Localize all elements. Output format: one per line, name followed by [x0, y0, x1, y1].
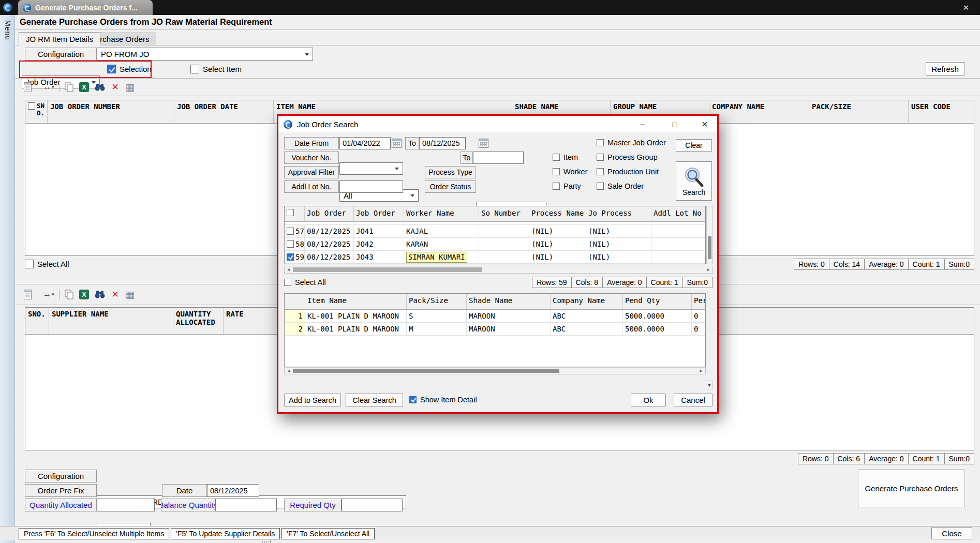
balance-quantity-input[interactable]	[215, 499, 277, 511]
copy-icon[interactable]	[64, 289, 75, 300]
refresh-button[interactable]: Refresh	[926, 62, 964, 76]
add-to-search-button[interactable]: Add to Search	[284, 394, 341, 406]
party-filter-row[interactable]: Party	[553, 182, 581, 190]
calendar-icon[interactable]	[392, 139, 402, 148]
clear-search-button[interactable]: Clear Search	[346, 394, 403, 406]
find-icon[interactable]	[94, 289, 106, 300]
required-qty-input[interactable]	[341, 499, 403, 511]
column-header-quantity-allocated[interactable]: QUANTITY ALLOCATED	[173, 308, 224, 334]
job-order-row-58[interactable]: 58 08/12/2025 JO42 KARAN (NIL) (NIL)	[285, 238, 705, 251]
column-header-item-name[interactable]: Item Name	[305, 294, 407, 309]
show-item-detail-row[interactable]: Show Item Detail	[409, 396, 477, 404]
column-header-addl-lot-no[interactable]: Addl Lot No	[651, 206, 705, 221]
column-header-jo-process[interactable]: Jo Process	[586, 206, 651, 221]
horizontal-scrollbar[interactable]: ◄ ►	[284, 266, 713, 274]
column-header-rate[interactable]: RATE	[224, 308, 274, 334]
column-header-company-name[interactable]: COMPANY NAME	[709, 100, 809, 123]
grid-icon[interactable]: ▦	[125, 289, 136, 300]
item-checkbox[interactable]	[553, 154, 560, 161]
master-job-order-row[interactable]: Master Job Order	[597, 139, 666, 147]
column-header-user-code[interactable]: USER CODE	[909, 100, 974, 123]
vertical-scrollbar[interactable]	[706, 206, 713, 264]
selection-checkbox-row[interactable]: Selection	[107, 65, 152, 73]
voucher-to-input[interactable]	[473, 152, 524, 164]
delete-icon[interactable]: ✕	[110, 289, 121, 300]
column-header-company-name[interactable]: Company Name	[551, 294, 623, 309]
clear-button[interactable]: Clear	[676, 139, 712, 152]
column-header-job-order-date[interactable]: JOB ORDER DATE	[174, 100, 274, 123]
column-header-shade-name[interactable]: Shade Name	[467, 294, 551, 309]
vertical-scrollbar-thumb[interactable]	[708, 236, 711, 259]
grid-select-all-checkbox[interactable]	[287, 209, 294, 216]
column-width-icon[interactable]: ↔▾	[43, 81, 54, 93]
production-unit-checkbox[interactable]	[597, 168, 604, 175]
item-grid-horizontal-scrollbar[interactable]: ◄ ►	[284, 367, 706, 374]
column-header-pack-size[interactable]: PACK/SIZE	[809, 100, 909, 123]
window-tab[interactable]: Generate Purchase Orders f...	[18, 0, 153, 15]
column-header-so-number[interactable]: So Number	[479, 206, 529, 221]
dialog-select-all-row[interactable]: Select All	[284, 278, 326, 286]
selected-worker-cell[interactable]: SIMRAN KUMARI	[406, 252, 467, 263]
column-header-worker-name[interactable]: Worker Name	[404, 206, 479, 221]
menu-strip[interactable]: Menu	[0, 15, 15, 543]
column-header-process-name[interactable]: Process Name	[529, 206, 586, 221]
close-button[interactable]: Close	[931, 527, 972, 539]
date-to-input[interactable]: 08/12/2025	[419, 137, 466, 149]
party-checkbox[interactable]	[553, 183, 560, 190]
dialog-maximize-icon[interactable]: □	[665, 116, 684, 132]
quantity-allocated-input[interactable]	[97, 499, 155, 511]
master-job-order-checkbox[interactable]	[597, 139, 604, 146]
column-header-pack-size[interactable]: Pack/Size	[407, 294, 467, 309]
form-view-icon[interactable]	[23, 289, 33, 300]
scroll-left-icon[interactable]: ◄	[285, 368, 293, 374]
process-group-checkbox[interactable]	[597, 154, 604, 161]
column-header-sno[interactable]: SNO.	[25, 100, 48, 123]
column-width-icon[interactable]: ↔▾	[43, 289, 54, 300]
delete-icon[interactable]: ✕	[110, 81, 121, 93]
item-filter-row[interactable]: Item	[553, 153, 578, 161]
column-header-per[interactable]: Per	[692, 294, 705, 309]
menu-strip-label[interactable]: Menu	[4, 20, 12, 40]
sale-order-checkbox[interactable]	[597, 183, 604, 190]
row-checkbox[interactable]	[287, 240, 294, 248]
sale-order-row[interactable]: Sale Order	[597, 182, 644, 190]
window-close-icon[interactable]: ✕	[957, 0, 975, 15]
select-item-checkbox-row[interactable]: Select Item	[190, 65, 242, 73]
ok-button[interactable]: Ok	[631, 394, 666, 406]
find-icon[interactable]	[94, 81, 106, 93]
column-header-pend-qty[interactable]: Pend Qty	[623, 294, 692, 309]
voucher-no-combo[interactable]	[339, 162, 403, 175]
worker-checkbox[interactable]	[553, 168, 560, 175]
dialog-close-icon[interactable]: ✕	[695, 116, 714, 132]
column-header-supplier-name[interactable]: SUPPLIER NAME	[49, 308, 173, 334]
form-view-icon[interactable]	[23, 81, 33, 93]
column-header-job-order-no[interactable]: Job Order	[354, 206, 404, 221]
date-input[interactable]: 08/12/2025	[207, 484, 259, 497]
process-group-row[interactable]: Process Group	[597, 153, 658, 161]
show-item-detail-checkbox[interactable]	[409, 396, 417, 403]
column-header-sno[interactable]: SNO.	[25, 308, 49, 334]
worker-filter-row[interactable]: Worker	[553, 168, 587, 176]
calendar-icon[interactable]	[479, 139, 488, 148]
scroll-left-icon[interactable]: ◄	[285, 266, 293, 273]
cancel-button[interactable]: Cancel	[674, 394, 712, 406]
item-row-1[interactable]: 1 KL-001 PLAIN D MAROON S MAROON ABC 500…	[285, 310, 705, 323]
horizontal-scrollbar-thumb[interactable]	[293, 369, 559, 373]
header-select-all-checkbox[interactable]	[28, 102, 35, 110]
production-unit-row[interactable]: Production Unit	[597, 168, 659, 176]
selection-checkbox[interactable]	[107, 65, 116, 73]
select-item-checkbox[interactable]	[190, 65, 199, 73]
scroll-down-icon[interactable]: ▼	[706, 381, 713, 389]
job-order-row-59-selected[interactable]: 59 08/12/2025 JO43 SIMRAN KUMARI (NIL) (…	[285, 251, 705, 264]
dialog-minimize-icon[interactable]: −	[633, 116, 652, 132]
horizontal-scrollbar-thumb[interactable]	[293, 267, 482, 272]
row-checkbox-checked[interactable]	[287, 253, 294, 261]
tab-jo-rm-item-details[interactable]: JO RM Item Details	[19, 32, 100, 46]
copy-icon[interactable]	[64, 81, 75, 93]
select-all-row[interactable]: Select All	[25, 260, 69, 268]
item-row-2[interactable]: 2 KL-001 PLAIN D MAROON M MAROON ABC 500…	[285, 323, 705, 336]
search-button[interactable]: Search	[676, 161, 712, 201]
job-order-row-57[interactable]: 57 08/12/2025 JO41 KAJAL (NIL) (NIL)	[285, 225, 705, 238]
date-from-input[interactable]: 01/04/2022	[339, 137, 391, 149]
dialog-select-all-checkbox[interactable]	[284, 279, 291, 286]
